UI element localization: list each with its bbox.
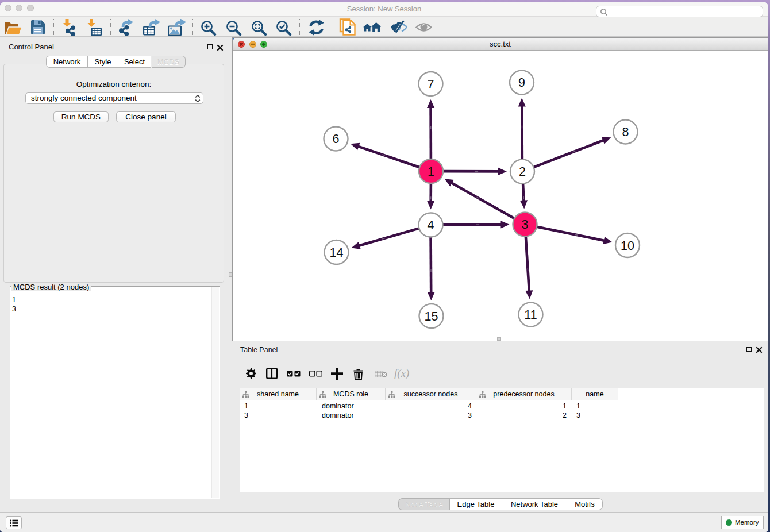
svg-text:2: 2	[519, 165, 526, 179]
svg-text:8: 8	[622, 125, 629, 139]
svg-text:1: 1	[428, 165, 434, 179]
svg-text:10: 10	[621, 239, 634, 253]
svg-text:3: 3	[522, 218, 529, 232]
svg-text:7: 7	[428, 78, 434, 91]
svg-text:15: 15	[425, 310, 438, 323]
svg-text:4: 4	[428, 218, 434, 232]
svg-text:14: 14	[330, 246, 344, 260]
svg-text:6: 6	[333, 132, 340, 146]
svg-text:11: 11	[524, 308, 537, 322]
svg-text:9: 9	[518, 76, 525, 90]
